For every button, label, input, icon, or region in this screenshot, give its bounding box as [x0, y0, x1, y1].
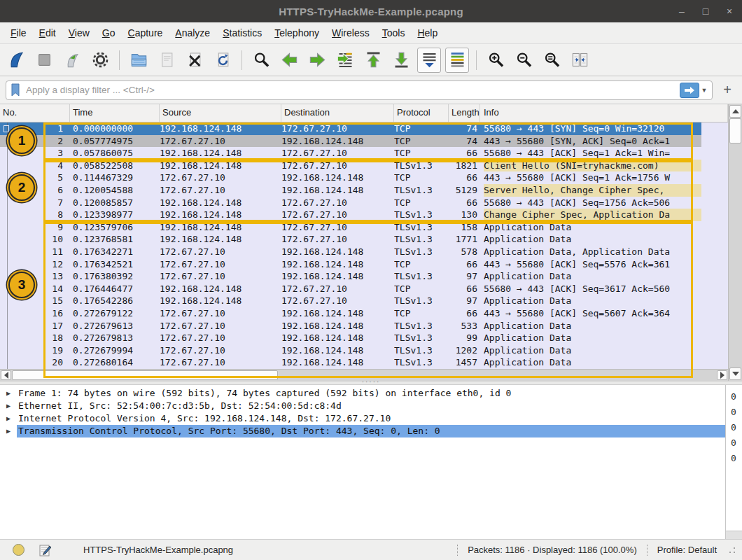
zoom-original-button[interactable] — [540, 48, 564, 73]
packet-row-13[interactable]: 130.176380392172.67.27.10192.168.124.148… — [0, 270, 701, 283]
packet-row-5[interactable]: 50.114467329172.67.27.10192.168.124.148T… — [0, 172, 701, 184]
menu-edit[interactable]: Edit — [33, 24, 62, 41]
packet-row-15[interactable]: 150.176542286192.168.124.148172.67.27.10… — [0, 295, 701, 307]
filter-dropdown-caret[interactable]: ▼ — [699, 87, 709, 94]
packet-row-10[interactable]: 100.123768581192.168.124.148172.67.27.10… — [0, 233, 701, 246]
scroll-left-button[interactable] — [1, 370, 11, 380]
close-file-button[interactable] — [183, 48, 206, 73]
go-forward-button[interactable] — [305, 48, 329, 73]
expert-info-icon[interactable] — [13, 544, 24, 556]
zoom-out-button[interactable] — [512, 48, 536, 73]
start-capture-icon — [7, 50, 26, 69]
go-last-button[interactable] — [389, 48, 413, 73]
vertical-scrollbar-thumb[interactable] — [729, 118, 741, 144]
minimize-button[interactable]: – — [676, 6, 687, 17]
restart-capture-button[interactable] — [60, 48, 84, 73]
capture-options-button[interactable] — [88, 48, 112, 73]
cell-dst: 172.67.27.10 — [281, 209, 394, 221]
packet-row-19[interactable]: 190.272679994172.67.27.10192.168.124.148… — [0, 344, 701, 357]
colorize-button[interactable] — [445, 48, 469, 73]
packet-row-9[interactable]: 90.123579706192.168.124.148172.67.27.10T… — [0, 221, 701, 234]
menu-tools[interactable]: Tools — [376, 24, 412, 41]
packet-row-7[interactable]: 70.120085857192.168.124.148172.67.27.10T… — [0, 197, 701, 209]
expand-arrow-icon[interactable]: ▶ — [0, 387, 17, 400]
resize-columns-button[interactable] — [568, 48, 592, 73]
maximize-button[interactable]: □ — [700, 6, 711, 17]
packet-row-8[interactable]: 80.123398977192.168.124.148172.67.27.10T… — [0, 209, 701, 221]
column-header-protocol[interactable]: Protocol — [394, 104, 449, 122]
packet-row-2[interactable]: 20.057774975172.67.27.10192.168.124.148T… — [0, 135, 701, 148]
up-arrow-icon — [732, 109, 739, 113]
packet-row-20[interactable]: 200.272680164172.67.27.10192.168.124.148… — [0, 356, 701, 369]
packet-row-1[interactable]: 10.000000000192.168.124.148172.67.27.10T… — [0, 122, 701, 135]
packet-row-3[interactable]: 30.057860075192.168.124.148172.67.27.10T… — [0, 147, 701, 160]
hex-offset-line: 0 — [731, 405, 742, 420]
add-filter-button[interactable]: + — [718, 81, 736, 99]
column-header-info[interactable]: Info — [480, 104, 728, 122]
horizontal-scrollbar[interactable] — [0, 369, 728, 381]
detail-row-1[interactable]: ▶Ethernet II, Src: 52:54:00:7c:d3:5b, Ds… — [0, 400, 725, 412]
menu-help[interactable]: Help — [411, 24, 444, 41]
go-first-button[interactable] — [361, 48, 385, 73]
menu-go[interactable]: Go — [96, 24, 122, 41]
detail-row-3[interactable]: ▶Transmission Control Protocol, Src Port… — [0, 425, 725, 438]
packet-row-11[interactable]: 110.176342271172.67.27.10192.168.124.148… — [0, 246, 701, 258]
detail-row-0[interactable]: ▶Frame 1: 74 bytes on wire (592 bits), 7… — [0, 387, 725, 400]
stop-capture-button[interactable] — [32, 48, 56, 73]
resize-grip[interactable] — [728, 546, 736, 554]
reload-file-button[interactable] — [211, 48, 234, 73]
column-header-no[interactable]: No. — [0, 104, 70, 122]
menu-view[interactable]: View — [62, 24, 96, 41]
profile-selector[interactable]: Profile: Default — [657, 545, 717, 555]
find-packet-button[interactable] — [249, 48, 273, 73]
column-header-destination[interactable]: Destination — [281, 104, 394, 122]
annotation-badge-1: 1 — [8, 127, 35, 154]
filter-bookmark-icon[interactable] — [10, 83, 26, 97]
scroll-up-button[interactable] — [729, 105, 741, 118]
detail-row-2[interactable]: ▶Internet Protocol Version 4, Src: 192.1… — [0, 412, 725, 425]
expand-arrow-icon[interactable]: ▶ — [0, 425, 17, 438]
expand-arrow-icon[interactable]: ▶ — [0, 400, 17, 412]
auto-scroll-button[interactable] — [417, 48, 441, 73]
menu-statistics[interactable]: Statistics — [216, 24, 268, 41]
packet-row-17[interactable]: 170.272679613172.67.27.10192.168.124.148… — [0, 320, 701, 332]
display-filter-field[interactable]: ▼ — [6, 80, 713, 100]
start-capture-button[interactable] — [4, 48, 28, 73]
apply-filter-button[interactable] — [680, 83, 699, 98]
column-header-source[interactable]: Source — [160, 104, 281, 122]
packet-details-pane[interactable]: ▶Frame 1: 74 bytes on wire (592 bits), 7… — [0, 385, 725, 539]
capture-comment-icon[interactable] — [38, 544, 51, 556]
menu-wireless[interactable]: Wireless — [326, 24, 376, 41]
open-file-button[interactable] — [127, 48, 150, 73]
bytes-horizontal-scrollbar[interactable] — [726, 531, 742, 539]
packet-row-6[interactable]: 60.120054588172.67.27.10192.168.124.148T… — [0, 184, 701, 197]
scroll-down-button[interactable] — [729, 368, 741, 380]
title-bar[interactable]: HTTPS-TryHackMe-Example.pcapng – □ × — [0, 0, 742, 22]
packet-row-4[interactable]: 40.058522508192.168.124.148172.67.27.10T… — [0, 160, 701, 172]
packet-row-12[interactable]: 120.176342521172.67.27.10192.168.124.148… — [0, 258, 701, 271]
display-filter-input[interactable] — [26, 85, 680, 95]
menu-analyze[interactable]: Analyze — [169, 24, 216, 41]
packet-row-14[interactable]: 140.176446477192.168.124.148172.67.27.10… — [0, 283, 701, 295]
menu-capture[interactable]: Capture — [122, 24, 169, 41]
go-back-button[interactable] — [277, 48, 301, 73]
scroll-right-button[interactable] — [717, 370, 727, 380]
horizontal-scrollbar-thumb[interactable] — [12, 370, 278, 380]
close-button[interactable]: × — [724, 6, 735, 17]
cell-proto: TLSv1.3 — [394, 295, 449, 307]
menu-telephony[interactable]: Telephony — [268, 24, 326, 41]
pane-splitter[interactable] — [0, 381, 742, 385]
menu-file[interactable]: File — [4, 24, 33, 41]
expand-arrow-icon[interactable]: ▶ — [0, 412, 17, 425]
vertical-scrollbar[interactable] — [728, 104, 742, 381]
cell-proto: TCP — [394, 135, 449, 148]
column-header-time[interactable]: Time — [70, 104, 160, 122]
packet-row-18[interactable]: 180.272679813172.67.27.10192.168.124.148… — [0, 332, 701, 344]
zoom-in-button[interactable] — [484, 48, 507, 73]
packet-bytes-pane[interactable]: 00000 — [725, 385, 742, 539]
cell-src: 172.67.27.10 — [160, 258, 281, 271]
packet-row-16[interactable]: 160.272679122172.67.27.10192.168.124.148… — [0, 307, 701, 320]
go-to-packet-button[interactable] — [333, 48, 357, 73]
column-header-length[interactable]: Length — [449, 104, 480, 122]
save-file-button[interactable] — [155, 48, 178, 73]
